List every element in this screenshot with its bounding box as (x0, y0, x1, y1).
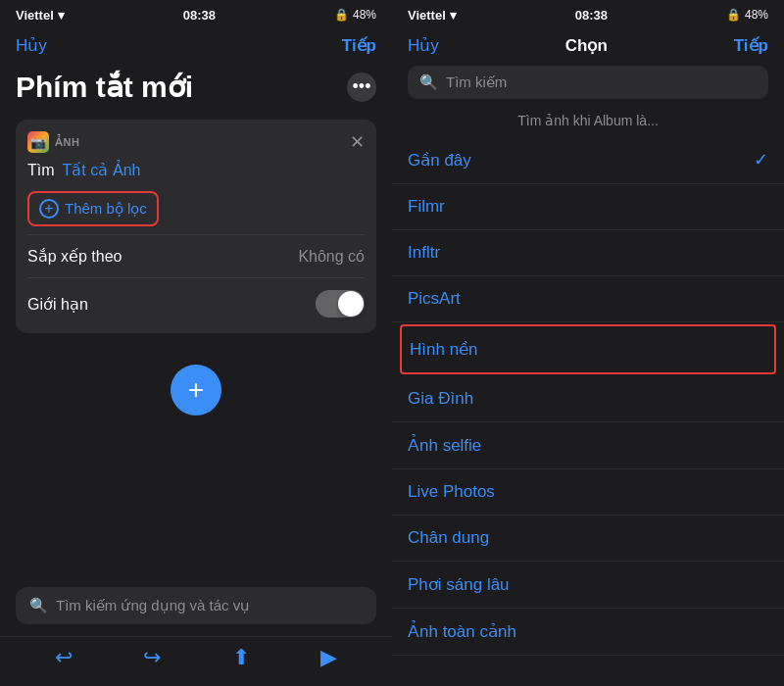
highlighted-list-item[interactable]: Hình nền (400, 324, 776, 374)
right-carrier-text: Viettel (408, 8, 446, 23)
card-app-name: ẢNH (55, 136, 79, 149)
list-item[interactable]: Ảnh selfie (392, 422, 784, 469)
sort-row: Sắp xếp theo Không có (27, 243, 365, 270)
left-nav-bar: Hủy Tiếp (0, 29, 392, 66)
undo-button[interactable]: ↩ (55, 645, 73, 670)
limit-row: Giới hạn (27, 286, 365, 321)
left-time: 08:38 (183, 8, 216, 23)
right-panel: Viettel ▾ 08:38 🔒 48% Hủy Chọn Tiếp 🔍 Tì… (392, 0, 784, 686)
list-item-text: Ảnh toàn cảnh (408, 621, 516, 642)
right-search-bar[interactable]: 🔍 Tìm kiếm (408, 66, 768, 99)
list-item-text: Ảnh selfie (408, 435, 481, 456)
list-item[interactable]: PicsArt (392, 276, 784, 322)
right-nav-bar: Hủy Chọn Tiếp (392, 29, 784, 66)
list-item-text: Gia Đình (408, 389, 473, 409)
album-list: Gần đây ✓ Filmr Infltr PicsArt Hình nền … (392, 136, 784, 686)
share-button[interactable]: ⬆ (232, 645, 250, 670)
list-item[interactable]: Filmr (392, 184, 784, 230)
limit-label: Giới hạn (27, 295, 88, 314)
page-title: Phím tắt mới (16, 70, 193, 104)
left-wifi-icon: ▾ (58, 8, 65, 23)
list-item-text: Live Photos (408, 482, 495, 502)
add-action-button[interactable]: + (171, 365, 221, 416)
more-icon: ••• (353, 76, 371, 97)
limit-toggle[interactable] (316, 290, 365, 318)
right-next-button[interactable]: Tiếp (734, 35, 768, 56)
left-panel: Viettel ▾ 08:38 🔒 48% Hủy Tiếp Phím tắt … (0, 0, 392, 686)
left-battery: 🔒 48% (334, 8, 376, 22)
list-item-inner[interactable]: Hình nền (402, 326, 774, 372)
left-status-bar: Viettel ▾ 08:38 🔒 48% (0, 0, 392, 29)
left-lock-icon: 🔒 (334, 8, 349, 22)
sort-label: Sắp xếp theo (27, 247, 122, 266)
left-carrier-text: Viettel (16, 8, 54, 23)
action-card: 📷 ẢNH ✕ Tìm Tất cả Ảnh + Thêm bộ lọc Sắp… (16, 120, 376, 333)
right-battery: 🔒 48% (726, 8, 768, 22)
left-carrier: Viettel ▾ (16, 8, 65, 23)
left-title-row: Phím tắt mới ••• (0, 66, 392, 120)
right-lock-icon: 🔒 (726, 8, 741, 22)
list-item-text: Infltr (408, 243, 440, 263)
bottom-search-placeholder: Tìm kiếm ứng dụng và tác vụ (56, 597, 250, 614)
list-item[interactable]: Phơi sáng lâu (392, 562, 784, 609)
list-item[interactable]: Gia Đình (392, 376, 784, 422)
list-item-text: Phơi sáng lâu (408, 574, 510, 595)
add-action-icon: + (188, 374, 204, 406)
list-item-text: Filmr (408, 197, 445, 217)
photos-app-icon: 📷 (27, 131, 49, 153)
card-action-label: Tìm (27, 162, 55, 179)
bottom-search-icon: 🔍 (29, 597, 48, 614)
more-button[interactable]: ••• (347, 73, 376, 102)
card-label-row: 📷 ẢNH (27, 131, 79, 153)
card-header: 📷 ẢNH ✕ (27, 131, 365, 153)
list-item-text: Hình nền (410, 339, 478, 360)
bottom-toolbar: ↩ ↪ ⬆ ▶ (0, 636, 392, 686)
right-nav-title: Chọn (565, 35, 608, 56)
right-wifi-icon: ▾ (450, 8, 457, 23)
bottom-search-bar[interactable]: 🔍 Tìm kiếm ứng dụng và tác vụ (16, 587, 376, 624)
add-filter-button[interactable]: + Thêm bộ lọc (27, 191, 159, 226)
right-battery-text: 48% (745, 8, 768, 22)
redo-button[interactable]: ↪ (143, 645, 161, 670)
sort-value[interactable]: Không có (298, 248, 365, 266)
right-search-icon: 🔍 (419, 74, 438, 91)
left-battery-text: 48% (353, 8, 376, 22)
left-next-button[interactable]: Tiếp (342, 35, 376, 56)
add-filter-text: Thêm bộ lọc (65, 200, 147, 218)
left-spacer (0, 435, 392, 587)
list-item[interactable]: Infltr (392, 230, 784, 276)
add-filter-icon: + (39, 199, 59, 219)
right-search-placeholder: Tìm kiếm (446, 74, 507, 91)
card-close-button[interactable]: ✕ (350, 131, 365, 153)
check-icon: ✓ (754, 149, 768, 171)
list-item[interactable]: Gần đây ✓ (392, 136, 784, 184)
left-cancel-button[interactable]: Hủy (16, 35, 47, 56)
hint-text: Tìm ảnh khi Album là... (392, 107, 784, 136)
card-action-value[interactable]: Tất cả Ảnh (63, 161, 141, 179)
play-button[interactable]: ▶ (320, 645, 337, 670)
right-status-bar: Viettel ▾ 08:38 🔒 48% (392, 0, 784, 29)
list-item[interactable]: Live Photos (392, 469, 784, 515)
list-item[interactable]: Chân dung (392, 515, 784, 562)
card-divider-1 (27, 234, 365, 235)
card-action-row: Tìm Tất cả Ảnh (27, 161, 365, 179)
list-item-text: Chân dung (408, 528, 489, 548)
card-divider-2 (27, 277, 365, 278)
right-time: 08:38 (575, 8, 608, 23)
list-item-text: Gần đây (408, 150, 471, 171)
list-item[interactable]: Ảnh toàn cảnh (392, 609, 784, 656)
right-carrier: Viettel ▾ (408, 8, 457, 23)
right-cancel-button[interactable]: Hủy (408, 35, 439, 56)
list-item-text: PicsArt (408, 289, 461, 309)
